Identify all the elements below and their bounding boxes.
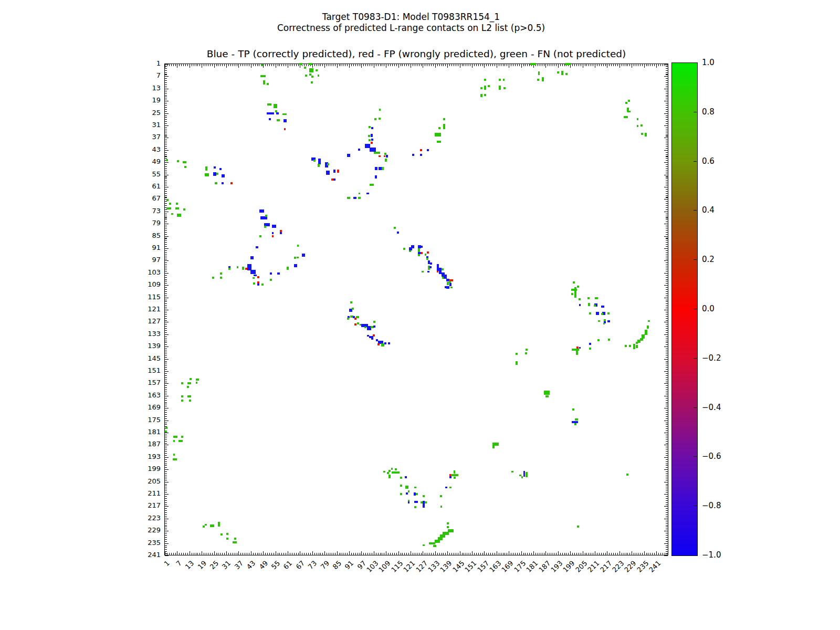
contact-point-g	[414, 506, 416, 508]
y-tick-label: 169	[136, 403, 161, 411]
contact-point-g	[287, 267, 289, 270]
contact-point-g	[183, 161, 187, 163]
contact-point-g	[242, 267, 244, 270]
contact-point-b	[596, 312, 599, 315]
y-tick-label: 55	[136, 170, 161, 178]
contact-point-g	[565, 73, 568, 75]
major-tick	[664, 506, 668, 507]
major-tick	[165, 175, 169, 175]
contact-point-b	[406, 492, 408, 495]
major-tick	[664, 408, 668, 408]
contact-point-r	[257, 276, 259, 278]
x-tick-label-text: 25	[208, 559, 220, 571]
major-tick	[386, 64, 386, 68]
contact-point-b	[373, 326, 375, 328]
major-tick	[607, 64, 607, 68]
contact-point-g	[416, 493, 418, 495]
colorbar-tick	[694, 112, 697, 112]
x-tick-label-text: 211	[586, 559, 601, 574]
y-tick-label: 181	[136, 428, 161, 436]
contact-point-g	[379, 109, 381, 111]
contact-point-g	[408, 490, 410, 492]
x-tick-label-text: 199	[562, 559, 576, 574]
contact-point-g	[437, 141, 441, 143]
contact-point-g	[627, 111, 631, 113]
contact-point-g	[391, 468, 393, 470]
y-tick-label: 31	[136, 121, 161, 129]
major-tick	[165, 273, 169, 274]
major-tick	[374, 64, 374, 68]
major-tick	[190, 551, 190, 555]
x-axis-bottom-minor-ticks	[165, 553, 668, 555]
major-tick	[202, 64, 202, 68]
contact-point-g	[435, 540, 440, 543]
y-tick-label: 151	[136, 366, 161, 374]
contact-point-g	[166, 159, 168, 161]
major-tick	[664, 555, 668, 556]
contact-point-g	[544, 391, 550, 395]
x-tick-label-text: 85	[331, 559, 343, 571]
contact-point-b	[214, 166, 216, 169]
contact-point-g	[233, 541, 237, 543]
contact-point-g	[261, 284, 264, 286]
x-tick-label-text: 217	[598, 559, 613, 574]
y-tick-label: 13	[136, 84, 161, 92]
contact-point-g	[253, 282, 255, 285]
major-tick	[165, 138, 169, 138]
contact-point-g	[636, 342, 638, 344]
major-tick	[664, 421, 668, 421]
contact-point-g	[425, 254, 427, 256]
contact-point-b	[376, 339, 378, 341]
contact-point-g	[166, 207, 172, 209]
major-tick	[664, 285, 668, 286]
major-tick	[411, 551, 411, 555]
colorbar-tick-label: −0.4	[702, 403, 721, 412]
contact-point-g	[267, 103, 271, 106]
contact-point-b	[411, 245, 414, 248]
major-tick	[165, 101, 169, 101]
contact-point-g	[187, 395, 192, 397]
major-tick	[165, 113, 169, 114]
major-tick	[583, 551, 583, 555]
y-tick-label: 103	[136, 268, 161, 276]
x-tick-label-text: 103	[365, 559, 380, 574]
y-tick-label: 67	[136, 194, 161, 202]
contact-point-g	[260, 75, 266, 77]
contact-point-g	[488, 85, 490, 87]
x-tick-label-text: 133	[426, 559, 441, 574]
x-tick-label-text: 55	[270, 559, 281, 571]
contact-point-g	[403, 248, 405, 250]
major-tick	[165, 248, 169, 249]
contact-point-b	[371, 127, 373, 129]
colorbar-tick	[694, 506, 697, 506]
contact-point-b	[219, 168, 222, 170]
contact-map-figure: Target T0983-D1: Model T0983RR154_1 Corr…	[0, 0, 840, 630]
contact-point-g	[603, 323, 605, 325]
contact-point-g	[210, 524, 214, 528]
contact-point-g	[516, 361, 518, 365]
y-tick-label: 61	[136, 182, 161, 190]
y-tick-label: 133	[136, 330, 161, 338]
contact-point-g	[171, 213, 173, 215]
contact-point-b	[427, 271, 429, 273]
contact-point-g	[265, 215, 267, 217]
contact-point-b	[607, 320, 611, 322]
contact-point-g	[274, 104, 278, 108]
contact-point-g	[557, 71, 559, 74]
major-tick	[165, 551, 165, 555]
contact-point-b	[347, 154, 350, 157]
contact-point-g	[624, 116, 628, 118]
major-tick	[165, 494, 169, 495]
contact-point-g	[405, 486, 408, 489]
contact-point-g	[364, 327, 366, 329]
contact-point-g	[595, 297, 598, 299]
contact-point-b	[429, 266, 432, 268]
x-tick-label-text: 139	[439, 559, 454, 574]
major-tick	[664, 359, 668, 360]
contact-point-g	[215, 182, 218, 184]
major-tick	[664, 260, 668, 261]
major-tick	[664, 371, 668, 372]
contact-point-g	[316, 69, 318, 71]
contact-point-g	[382, 167, 384, 170]
axes-title: Blue - TP (correctly predicted), red - F…	[164, 48, 668, 59]
